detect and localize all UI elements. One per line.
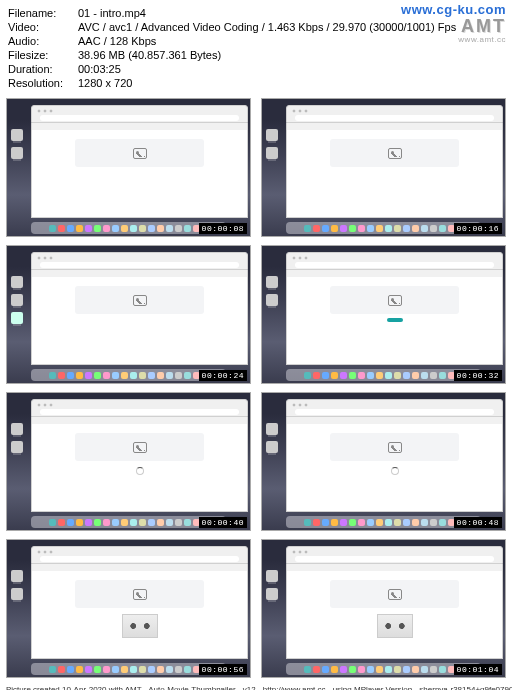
desktop-file-icon <box>266 441 278 453</box>
dock-app-icon <box>58 372 65 379</box>
dock-app-icon <box>58 225 65 232</box>
dock-app-icon <box>322 519 329 526</box>
thumbnail: 00:01:04 <box>261 539 506 678</box>
dock-app-icon <box>166 519 173 526</box>
dock-app-icon <box>412 372 419 379</box>
image-placeholder-icon <box>388 589 402 600</box>
timestamp-badge: 00:00:56 <box>199 664 247 675</box>
desktop-file-icon <box>11 570 23 582</box>
dock-app-icon <box>376 372 383 379</box>
dock-app-icon <box>430 519 437 526</box>
desktop-file-icon <box>11 276 23 288</box>
dock-app-icon <box>166 225 173 232</box>
dock-app-icon <box>331 519 338 526</box>
dock-app-icon <box>331 372 338 379</box>
dock-app-icon <box>121 225 128 232</box>
dock-app-icon <box>340 519 347 526</box>
browser-chrome <box>286 546 503 564</box>
dock-app-icon <box>67 372 74 379</box>
dock-app-icon <box>340 225 347 232</box>
loading-spinner-icon <box>391 467 399 475</box>
desktop-file-icon <box>266 588 278 600</box>
browser-page <box>286 270 503 365</box>
dock-app-icon <box>49 666 56 673</box>
browser-chrome <box>31 252 248 270</box>
address-bar <box>295 262 494 268</box>
dock-app-icon <box>367 225 374 232</box>
thumbnail-grid: 00:00:0800:00:1600:00:24 00:00:3200:00:4… <box>0 94 512 682</box>
dock-app-icon <box>94 372 101 379</box>
browser-chrome <box>286 252 503 270</box>
desktop-icons <box>266 423 278 453</box>
browser-chrome <box>31 399 248 417</box>
thumbnail: 00:00:16 <box>261 98 506 237</box>
dock-app-icon <box>139 225 146 232</box>
browser-page <box>31 270 248 365</box>
dock-app-icon <box>49 225 56 232</box>
value-video: AVC / avc1 / Advanced Video Coding / 1.4… <box>78 20 504 34</box>
dock-app-icon <box>439 225 446 232</box>
dock-app-icon <box>304 666 311 673</box>
page-topbar <box>287 564 502 571</box>
desktop-file-icon <box>266 276 278 288</box>
dock-app-icon <box>157 666 164 673</box>
page-topbar <box>287 270 502 277</box>
timestamp-badge: 00:00:24 <box>199 370 247 381</box>
dock-app-icon <box>430 372 437 379</box>
dock-app-icon <box>85 519 92 526</box>
page-topbar <box>32 564 247 571</box>
desktop-icons <box>11 570 23 600</box>
page-topbar <box>287 123 502 130</box>
dock-app-icon <box>304 519 311 526</box>
dock-app-icon <box>322 372 329 379</box>
browser-chrome <box>31 105 248 123</box>
dock-app-icon <box>166 666 173 673</box>
desktop-file-icon <box>11 147 23 159</box>
page-topbar <box>287 417 502 424</box>
desktop-icons <box>266 129 278 159</box>
macos-dock <box>286 222 480 234</box>
dock-app-icon <box>103 519 110 526</box>
dock-app-icon <box>121 372 128 379</box>
upload-dropzone <box>330 433 459 461</box>
dock-app-icon <box>85 666 92 673</box>
dock-app-icon <box>412 519 419 526</box>
dock-app-icon <box>76 666 83 673</box>
image-placeholder-icon <box>133 442 147 453</box>
dock-app-icon <box>157 519 164 526</box>
macos-dock <box>31 516 225 528</box>
dock-app-icon <box>385 519 392 526</box>
desktop-icons <box>11 276 23 324</box>
browser-page <box>31 417 248 512</box>
dock-app-icon <box>385 666 392 673</box>
page-topbar <box>32 270 247 277</box>
dock-app-icon <box>313 225 320 232</box>
dock-app-icon <box>58 666 65 673</box>
dock-app-icon <box>157 372 164 379</box>
dock-app-icon <box>385 372 392 379</box>
upload-dropzone <box>330 139 459 167</box>
upload-dropzone <box>330 580 459 608</box>
dock-app-icon <box>148 372 155 379</box>
dock-app-icon <box>421 519 428 526</box>
dock-app-icon <box>340 372 347 379</box>
dock-app-icon <box>175 519 182 526</box>
upload-dropzone <box>75 139 204 167</box>
dock-app-icon <box>148 666 155 673</box>
dock-app-icon <box>421 372 428 379</box>
image-placeholder-icon <box>388 148 402 159</box>
dock-app-icon <box>157 225 164 232</box>
dock-app-icon <box>385 225 392 232</box>
result-image <box>377 614 413 638</box>
thumbnail: 00:00:40 <box>6 392 251 531</box>
browser-chrome <box>286 105 503 123</box>
dock-app-icon <box>313 519 320 526</box>
upload-dropzone <box>330 286 459 314</box>
browser-page <box>31 564 248 659</box>
desktop-file-icon <box>11 312 23 324</box>
dock-app-icon <box>367 519 374 526</box>
dock-app-icon <box>103 225 110 232</box>
dock-app-icon <box>184 519 191 526</box>
dock-app-icon <box>94 666 101 673</box>
value-audio: AAC / 128 Kbps <box>78 34 504 48</box>
